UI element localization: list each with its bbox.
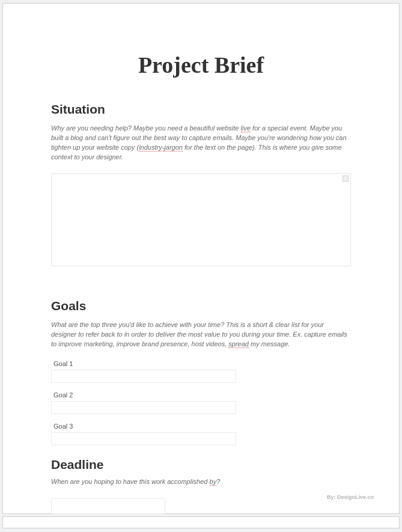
goal-1-input[interactable] [51, 370, 236, 383]
text-fragment: When are you hoping to have this work ac… [51, 478, 210, 485]
deadline-input[interactable] [51, 498, 165, 514]
goals-heading: Goals [51, 299, 351, 313]
situation-textarea[interactable] [51, 173, 351, 266]
goal-row: Goal 1 [51, 360, 351, 383]
deadline-heading: Deadline [51, 457, 351, 472]
goal-1-label: Goal 1 [51, 360, 351, 367]
spell-underline: industry-jargon [139, 144, 183, 151]
document-page: Project Brief Situation Why are you need… [2, 3, 400, 514]
text-fragment: Why are you needing help? Maybe you need… [51, 124, 241, 132]
situation-description: Why are you needing help? Maybe you need… [51, 124, 351, 162]
situation-heading: Situation [51, 102, 351, 117]
goals-description: What are the top three you'd like to ach… [51, 320, 351, 349]
situation-section: Situation Why are you needing help? Mayb… [33, 102, 369, 269]
spell-underline: by [210, 478, 217, 486]
goal-3-label: Goal 3 [51, 423, 351, 430]
deadline-section: Deadline When are you hoping to have thi… [33, 457, 369, 514]
text-fragment: What are the top three you'd like to ach… [51, 321, 347, 347]
spell-underline: spread [228, 340, 249, 348]
situation-textarea-wrapper [51, 173, 351, 269]
resize-grip-icon[interactable] [343, 176, 349, 182]
next-page-peek [2, 516, 400, 528]
goal-2-label: Goal 2 [51, 391, 351, 399]
goal-2-input[interactable] [51, 401, 236, 414]
text-fragment: my message. [249, 340, 290, 347]
goals-section: Goals What are the top three you'd like … [33, 299, 369, 445]
text-fragment: ? [216, 478, 220, 485]
deadline-description: When are you hoping to have this work ac… [51, 478, 351, 485]
page-title: Project Brief [33, 52, 369, 78]
goal-row: Goal 2 [51, 391, 351, 414]
goal-row: Goal 3 [51, 423, 351, 445]
footer-credit: By: DesignLive.co [327, 494, 374, 500]
goal-3-input[interactable] [51, 432, 236, 445]
spell-underline: live [241, 124, 251, 132]
